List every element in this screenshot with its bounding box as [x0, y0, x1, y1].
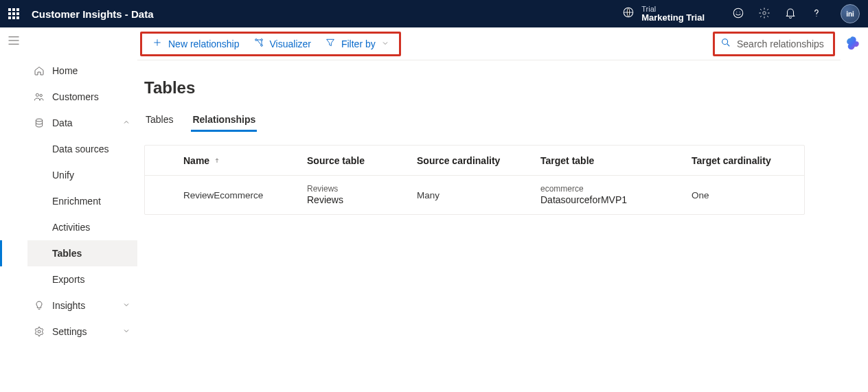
environment-picker[interactable]: Trial Marketing Trial: [622, 5, 705, 23]
nav-exports[interactable]: Exports: [27, 266, 137, 292]
notifications-icon[interactable]: [784, 7, 797, 21]
search-icon: [720, 37, 731, 50]
chevron-down-icon: [122, 300, 130, 311]
table-header-row: Name Source table Source cardinality Tar…: [145, 146, 804, 176]
svg-point-7: [255, 39, 257, 41]
cell-target-table: ecommerce DatasourceforMVP1: [540, 184, 692, 207]
sort-asc-icon: [214, 155, 220, 166]
right-rail: [841, 27, 868, 392]
new-relationship-label: New relationship: [168, 38, 240, 49]
plus-icon: [152, 37, 163, 50]
app-launcher-icon[interactable]: [8, 8, 19, 19]
nav-insights[interactable]: Insights: [27, 292, 137, 319]
command-bar: New relationship Visualizer Filter by: [137, 27, 841, 60]
tab-relationships[interactable]: Relationships: [191, 110, 257, 132]
main-content: New relationship Visualizer Filter by T: [137, 27, 841, 392]
user-avatar[interactable]: ini: [841, 4, 860, 23]
cell-target-cardinality: One: [692, 190, 795, 200]
environment-name: Marketing Trial: [641, 13, 705, 23]
relationships-table: Name Source table Source cardinality Tar…: [144, 145, 805, 215]
svg-point-2: [763, 11, 766, 14]
help-icon[interactable]: [810, 7, 823, 21]
nav-settings[interactable]: Settings: [27, 319, 137, 345]
visualizer-button[interactable]: Visualizer: [248, 33, 317, 55]
nav-customers[interactable]: Customers: [27, 84, 137, 110]
nav-home-label: Home: [52, 65, 78, 76]
app-header: Customer Insights - Data Trial Marketing…: [0, 0, 868, 27]
feedback-icon[interactable]: [732, 7, 744, 21]
new-relationship-button[interactable]: New relationship: [146, 33, 245, 55]
insights-icon: [33, 300, 45, 311]
visualizer-icon: [253, 37, 264, 50]
nav-enrichment[interactable]: Enrichment: [27, 188, 137, 214]
visualizer-label: Visualizer: [270, 38, 311, 49]
highlighted-search: [713, 32, 835, 56]
svg-point-3: [36, 93, 38, 96]
chevron-down-icon: [122, 326, 130, 337]
col-name[interactable]: Name: [183, 155, 307, 166]
col-target-cardinality[interactable]: Target cardinality: [692, 155, 795, 166]
app-title: Customer Insights - Data: [32, 8, 154, 20]
cell-source-table: Reviews Reviews: [307, 184, 417, 207]
page-title: Tables: [144, 78, 841, 97]
col-source-cardinality[interactable]: Source cardinality: [417, 155, 540, 166]
nav-data[interactable]: Data: [27, 110, 137, 136]
svg-point-9: [260, 45, 262, 47]
tab-tables[interactable]: Tables: [144, 110, 174, 132]
cell-name: ReviewEcommerce: [183, 190, 307, 200]
home-icon: [33, 65, 45, 76]
col-source-table[interactable]: Source table: [307, 155, 417, 166]
svg-point-8: [260, 39, 262, 41]
settings-icon[interactable]: [758, 7, 770, 21]
filter-by-button[interactable]: Filter by: [319, 33, 395, 55]
cell-source-cardinality: Many: [417, 190, 540, 200]
svg-point-5: [36, 119, 42, 122]
chevron-up-icon: [122, 117, 130, 128]
nav-home[interactable]: Home: [27, 58, 137, 84]
nav-toggle-icon[interactable]: [8, 36, 20, 392]
nav-data-sources[interactable]: Data sources: [27, 136, 137, 162]
nav-unify[interactable]: Unify: [27, 162, 137, 188]
col-target-table[interactable]: Target table: [540, 155, 692, 166]
table-row[interactable]: ReviewEcommerce Reviews Reviews Many eco…: [145, 176, 804, 214]
content-tabs: Tables Relationships: [144, 110, 841, 132]
svg-point-4: [40, 94, 42, 96]
svg-point-10: [722, 39, 728, 45]
filter-icon: [325, 37, 336, 50]
customers-icon: [33, 91, 45, 102]
search-input[interactable]: [737, 38, 826, 49]
nav-customers-label: Customers: [52, 91, 99, 102]
nav-data-label: Data: [52, 117, 73, 128]
gear-icon: [33, 326, 45, 337]
svg-point-1: [733, 8, 743, 18]
nav-tables[interactable]: Tables: [27, 240, 137, 266]
highlighted-toolbar: New relationship Visualizer Filter by: [140, 32, 401, 56]
filter-by-label: Filter by: [341, 38, 376, 49]
nav-settings-label: Settings: [52, 326, 87, 337]
nav-insights-label: Insights: [52, 300, 85, 311]
nav-activities[interactable]: Activities: [27, 214, 137, 240]
copilot-icon[interactable]: [845, 34, 863, 392]
svg-point-6: [38, 330, 41, 333]
data-icon: [33, 117, 45, 128]
sidebar: Home Customers Data Data sources Unify E…: [27, 27, 137, 392]
chevron-down-icon: [381, 38, 389, 49]
environment-icon: [622, 6, 635, 21]
